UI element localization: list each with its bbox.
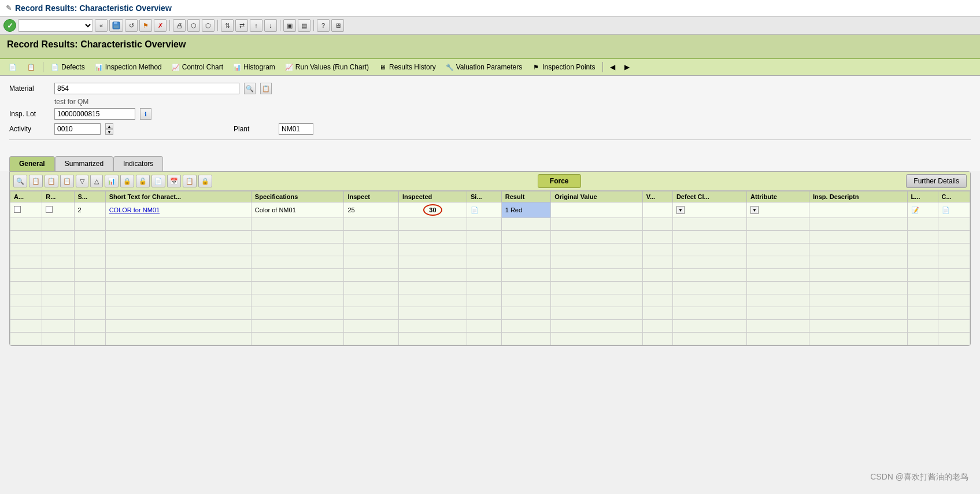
menu-inspection-points[interactable]: ⚑ Inspection Points	[528, 61, 598, 73]
cell-insp-descriptn	[809, 202, 907, 218]
table-btn7[interactable]: 📋	[183, 175, 197, 187]
prev-icon: ◀	[610, 63, 615, 71]
menu-inspection-points-label: Inspection Points	[542, 63, 595, 71]
layout2-button[interactable]: ▤	[298, 19, 310, 32]
table-unlock-button[interactable]: 🔓	[136, 175, 150, 187]
print-button[interactable]: 🖨	[173, 19, 186, 32]
inspection-points-icon: ⚑	[531, 62, 541, 72]
defect-cl-dropdown[interactable]: ▼	[676, 206, 685, 214]
cell-num: 2	[74, 202, 105, 218]
cell-c: 📄	[938, 202, 970, 218]
activity-up-button[interactable]: ▲	[105, 123, 113, 129]
insplot-input[interactable]	[54, 108, 135, 120]
menu-inspection-method[interactable]: 📊 Inspection Method	[91, 61, 165, 73]
watermark: CSDN @喜欢打酱油的老鸟	[870, 472, 968, 482]
material-detail-button[interactable]: 📋	[260, 83, 272, 94]
cell-checkbox-a[interactable]	[10, 202, 42, 218]
cell-inspected: 30	[398, 202, 467, 218]
menu-icon2[interactable]: 📋	[23, 61, 39, 73]
table-lock-button[interactable]: 🔒	[120, 175, 134, 187]
menu-valuation-params-label: Valuation Parameters	[456, 63, 523, 71]
down-button[interactable]: ↓	[264, 19, 277, 32]
activity-down-button[interactable]: ▼	[105, 129, 113, 135]
table-search-button[interactable]: 🔍	[13, 175, 27, 187]
toolbar-separator-2	[217, 20, 218, 31]
table-filter-button[interactable]: ▽	[76, 175, 88, 187]
insplot-row: Insp. Lot ℹ	[9, 108, 971, 120]
insplot-label: Insp. Lot	[9, 110, 50, 118]
checkbox-r[interactable]	[46, 206, 53, 213]
force-button[interactable]: Force	[538, 174, 581, 188]
layout1-button[interactable]: ▣	[283, 19, 296, 32]
menu-separator-1	[43, 62, 43, 72]
save-button[interactable]	[109, 19, 123, 32]
title-icon: ✎	[6, 4, 12, 12]
insplot-info-button[interactable]: ℹ	[140, 108, 151, 120]
move-up-down-button[interactable]: ⇅	[221, 19, 234, 32]
menu-defects-label: Defects	[61, 63, 85, 71]
alert-button[interactable]: ⚑	[139, 19, 152, 32]
tool2-button[interactable]: ⬡	[202, 19, 215, 32]
plant-input[interactable]	[279, 123, 313, 135]
tab-summarized[interactable]: Summarized	[55, 156, 113, 171]
up-button[interactable]: ↑	[250, 19, 262, 32]
data-table: A... R... S... Short Text for Charact...…	[10, 191, 970, 345]
si-icon: 📄	[471, 207, 479, 213]
material-search-button[interactable]: 🔍	[244, 83, 256, 94]
activity-input[interactable]	[54, 123, 101, 135]
next-icon: ▶	[624, 63, 630, 71]
cell-attribute: ▼	[747, 202, 809, 218]
table-empty-row	[10, 244, 970, 256]
activity-row: Activity ▲ ▼ Plant	[9, 123, 971, 135]
col-header-insp-descriptn: Insp. Descriptn	[809, 191, 907, 202]
table-btn1[interactable]: 📋	[29, 175, 43, 187]
cell-short-text: COLOR for NM01	[105, 202, 251, 218]
tool1-button[interactable]: ⬡	[187, 19, 200, 32]
menu-results-history-label: Results History	[389, 63, 436, 71]
menu-control-chart[interactable]: 📈 Control Chart	[168, 61, 227, 73]
table-sort-button[interactable]: △	[90, 175, 103, 187]
c-icon[interactable]: 📄	[942, 207, 950, 213]
table-empty-row	[10, 320, 970, 333]
cell-si: 📄	[467, 202, 502, 218]
menu-arrow-next[interactable]: ▶	[621, 62, 633, 72]
refresh-button[interactable]: ↺	[125, 19, 138, 32]
table-empty-row	[10, 282, 970, 294]
menu-defects[interactable]: 📄 Defects	[47, 61, 88, 73]
system-button[interactable]: 🖥	[331, 19, 344, 32]
table-btn2[interactable]: 📋	[45, 175, 58, 187]
menu-results-history[interactable]: 🖥 Results History	[375, 61, 439, 73]
page-icon-2: 📋	[27, 62, 36, 72]
cell-result: 1 Red	[501, 202, 551, 218]
menu-arrow-prev[interactable]: ◀	[607, 62, 619, 72]
table-btn4[interactable]: 📊	[105, 175, 119, 187]
material-input[interactable]	[54, 83, 239, 94]
l-icon[interactable]: 📝	[911, 207, 919, 213]
menu-histogram[interactable]: 📊 Histogram	[229, 61, 279, 73]
table-lock2-button[interactable]: 🔒	[198, 175, 212, 187]
defects-icon: 📄	[50, 62, 60, 72]
material-row: Material 🔍 📋	[9, 83, 971, 94]
table-btn6[interactable]: 📅	[167, 175, 181, 187]
close-button[interactable]: ✗	[154, 19, 167, 32]
nav-back-button[interactable]: «	[95, 19, 108, 32]
tab-indicators[interactable]: Indicators	[113, 156, 163, 171]
move-left-right-button[interactable]: ⇄	[235, 19, 248, 32]
menu-histogram-label: Histogram	[243, 63, 275, 71]
cell-checkbox-r[interactable]	[42, 202, 74, 218]
tab-general[interactable]: General	[9, 156, 55, 171]
help-button[interactable]: ?	[317, 19, 330, 32]
table-area: 🔍 📋 📋 📋 ▽ △ 📊 🔒 🔓 📄 📅 📋 🔒 Force Further …	[9, 171, 971, 346]
cell-v	[642, 202, 672, 218]
checkbox-a[interactable]	[14, 206, 21, 213]
table-btn3[interactable]: 📋	[60, 175, 74, 187]
menu-icon1[interactable]: 📄	[5, 61, 21, 73]
menu-valuation-params[interactable]: 🔧 Valuation Parameters	[442, 61, 526, 73]
menu-run-values[interactable]: 📈 Run Values (Run Chart)	[281, 61, 372, 73]
further-details-button[interactable]: Further Details	[906, 174, 967, 188]
attribute-dropdown[interactable]: ▼	[750, 206, 759, 214]
table-btn5[interactable]: 📄	[151, 175, 165, 187]
tabs: General Summarized Indicators	[9, 156, 971, 171]
confirm-button[interactable]: ✓	[3, 19, 16, 32]
command-dropdown[interactable]	[18, 19, 93, 32]
